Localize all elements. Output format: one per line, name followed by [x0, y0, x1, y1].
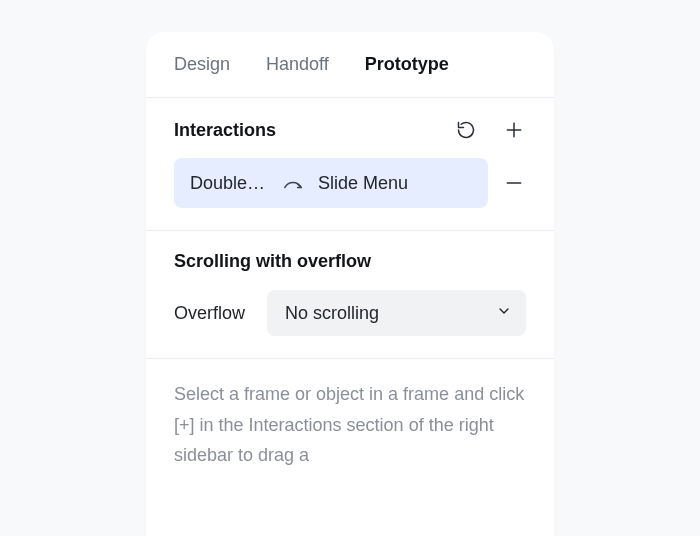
- tab-prototype[interactable]: Prototype: [365, 54, 449, 75]
- interaction-chip[interactable]: Double click Slide Menu: [174, 158, 488, 208]
- tab-design[interactable]: Design: [174, 54, 230, 75]
- interactions-header: Interactions: [174, 118, 526, 142]
- interaction-target: Slide Menu: [318, 173, 408, 194]
- tab-handoff[interactable]: Handoff: [266, 54, 329, 75]
- interaction-trigger: Double click: [190, 173, 268, 194]
- overflow-select-value: No scrolling: [285, 303, 379, 324]
- overflow-label: Overflow: [174, 303, 245, 324]
- panel-tabs: Design Handoff Prototype: [146, 32, 554, 98]
- interactions-actions: [454, 118, 526, 142]
- helper-text: Select a frame or object in a frame and …: [146, 359, 554, 471]
- reset-icon[interactable]: [454, 118, 478, 142]
- overflow-select[interactable]: No scrolling: [267, 290, 526, 336]
- prototype-panel: Design Handoff Prototype Interactions: [146, 32, 554, 536]
- interactions-title: Interactions: [174, 120, 276, 141]
- interactions-section: Interactions Double click: [146, 98, 554, 231]
- remove-interaction-icon[interactable]: [502, 171, 526, 195]
- interaction-row: Double click Slide Menu: [174, 158, 526, 208]
- chevron-down-icon: [496, 303, 512, 324]
- overflow-row: Overflow No scrolling: [174, 290, 526, 336]
- add-interaction-icon[interactable]: [502, 118, 526, 142]
- scrolling-section: Scrolling with overflow Overflow No scro…: [146, 231, 554, 359]
- navigate-arrow-icon: [282, 176, 304, 190]
- scrolling-title: Scrolling with overflow: [174, 251, 526, 272]
